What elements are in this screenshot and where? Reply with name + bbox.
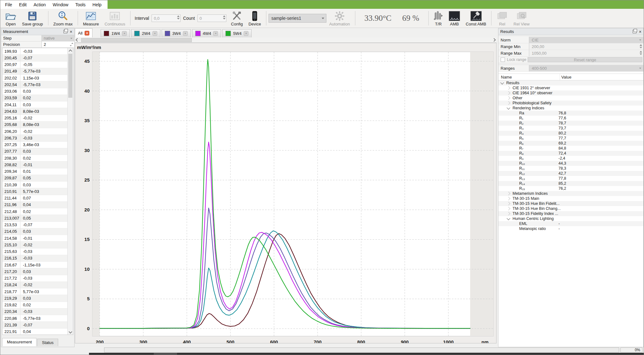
measurement-row[interactable]: 210,390,03	[3, 182, 73, 188]
measurement-row[interactable]: 216,15-0,03	[3, 255, 73, 262]
scroll-left-icon[interactable]	[75, 39, 80, 41]
const-amb-button[interactable]: Const AMB	[463, 9, 489, 27]
tree-row[interactable]: R₈72,4	[498, 151, 643, 156]
interval-input[interactable]: 0,0	[152, 14, 180, 22]
close-tab-icon[interactable]: ×	[244, 31, 248, 36]
tree-row[interactable]: R₁₄85,2	[498, 181, 643, 186]
menu-edit[interactable]: Edit	[16, 1, 30, 8]
tree-row[interactable]: R₉-2,4	[498, 156, 643, 161]
count-input[interactable]: 0	[197, 14, 226, 22]
measurement-row[interactable]: 203,060,03	[3, 88, 73, 95]
measurement-row[interactable]: 202,021,15e-03	[3, 75, 73, 81]
rel-button[interactable]: Rel	[494, 9, 511, 27]
measurement-row[interactable]: 218,24-0,02	[3, 282, 73, 288]
measurement-row[interactable]: 206,73-0,03	[3, 135, 73, 141]
measurement-row[interactable]: 207,253,46e-03	[3, 142, 73, 148]
scrollbar-track[interactable]	[80, 37, 491, 42]
expand-icon[interactable]	[507, 197, 510, 200]
measurement-row[interactable]: 204,638,08e-03	[3, 108, 73, 115]
measurement-row[interactable]: 211,440,07	[3, 195, 73, 202]
collapse-icon[interactable]	[507, 216, 510, 220]
range-max-spinner[interactable]	[640, 51, 642, 55]
amb-button[interactable]: AMB	[446, 9, 463, 27]
measurement-row[interactable]: 205,688,08e-03	[3, 122, 73, 128]
tree-row[interactable]: R₂78,7	[498, 121, 643, 126]
tab-series-3w4[interactable]: 3W4×	[162, 29, 191, 37]
tr-button[interactable]: T/R	[431, 9, 446, 27]
measurement-row[interactable]: 220,86-5,77e-03	[3, 315, 73, 322]
measurement-row[interactable]: 202,54-5,77e-03	[3, 81, 73, 88]
measurement-row[interactable]: 221,910,04	[3, 329, 73, 335]
measurement-row[interactable]: 200,97-0,05	[3, 62, 73, 68]
float-panel-icon[interactable]	[64, 30, 67, 33]
measurement-table-scrollbar[interactable]	[67, 48, 73, 335]
tree-row[interactable]: R₅77,7	[498, 136, 643, 141]
tree-row[interactable]: R₄80,2	[498, 131, 643, 136]
tab-series-4w4[interactable]: 4W4×	[192, 29, 221, 37]
continuous-button[interactable]: Continuous	[102, 9, 128, 27]
float-panel-icon[interactable]	[633, 30, 636, 33]
measurement-row[interactable]: 212,480,02	[3, 208, 73, 215]
measurement-row[interactable]: 211,960,04	[3, 202, 73, 208]
tab-series-1w4[interactable]: 1W4×	[101, 29, 130, 37]
tree-row[interactable]: CIE 1964 10° observer	[498, 90, 643, 96]
config-button[interactable]: Config	[228, 9, 246, 27]
menu-tools[interactable]: Tools	[72, 1, 89, 8]
menu-file[interactable]: File	[2, 1, 16, 8]
scrollbar-thumb[interactable]	[81, 38, 192, 42]
collapse-icon[interactable]	[507, 106, 510, 109]
scroll-up-icon[interactable]	[68, 48, 73, 53]
measurement-row[interactable]: 210,915,77e-03	[3, 188, 73, 195]
tree-row[interactable]: TM-30-15 Fidelity Index ...	[498, 211, 643, 216]
automation-button[interactable]: Automation	[326, 9, 353, 27]
tab-all[interactable]: All×	[75, 28, 92, 37]
name-column-header[interactable]: Name	[498, 74, 560, 80]
range-max-input[interactable]: 1050,00	[529, 50, 643, 56]
measurement-row[interactable]: 217,200,03	[3, 268, 73, 275]
expand-icon[interactable]	[507, 96, 510, 100]
tree-row[interactable]: R₃73,7	[498, 126, 643, 131]
expand-icon[interactable]	[507, 207, 510, 210]
scrollbar-thumb[interactable]	[68, 54, 72, 98]
expand-icon[interactable]	[507, 91, 510, 95]
measurement-row[interactable]: 220,34-0,03	[3, 309, 73, 315]
measurement-row[interactable]: 204,110,03	[3, 101, 73, 108]
device-button[interactable]: Device	[246, 9, 264, 27]
measurement-row[interactable]: 218,775,77e-03	[3, 288, 73, 295]
measurement-row[interactable]: 217,72-0,03	[3, 275, 73, 282]
tree-row[interactable]: TM-30-15 Hue Bin Fidelit...	[498, 201, 643, 206]
rel-view-button[interactable]: Rel View	[511, 9, 532, 27]
tree-row[interactable]: R₇84,8	[498, 146, 643, 151]
measure-button[interactable]: Measure	[80, 9, 102, 27]
tab-measurement[interactable]: Measurement	[2, 338, 36, 346]
tree-row[interactable]: Metamerism Indices	[498, 191, 643, 196]
lock-range-checkbox[interactable]	[501, 57, 505, 62]
measurement-row[interactable]: 199,93-0,03	[3, 48, 73, 55]
measurement-row[interactable]: 201,49-5,77e-03	[3, 68, 73, 75]
measurement-row[interactable]: 213,53-0,07	[3, 222, 73, 228]
save-group-button[interactable]: Save group	[19, 9, 46, 27]
range-min-spinner[interactable]	[640, 44, 642, 48]
value-column-header[interactable]: Value	[560, 74, 643, 80]
tree-row[interactable]: TM-30-15 Main	[498, 196, 643, 201]
tree-row[interactable]: Photobiological Safety	[498, 101, 643, 106]
measurement-row[interactable]: 221,39-0,07	[3, 322, 73, 328]
step-select[interactable]: native	[42, 35, 74, 41]
measurement-row[interactable]: 209,340,01	[3, 168, 73, 175]
tree-row[interactable]: R₁₃77,8	[498, 176, 643, 181]
tree-row[interactable]: R₁₁78,3	[498, 166, 643, 171]
expand-icon[interactable]	[507, 86, 510, 90]
measurement-row[interactable]: 219,290,03	[3, 295, 73, 302]
tab-series-5w4[interactable]: 5W4×	[222, 29, 252, 37]
measurement-row[interactable]: 200,45-0,07	[3, 55, 73, 61]
menu-action[interactable]: Action	[30, 1, 49, 8]
tree-row[interactable]: Rendering Indices	[498, 106, 643, 111]
expand-icon[interactable]	[507, 101, 510, 105]
measurement-row[interactable]: 205,16-0,02	[3, 115, 73, 122]
count-spinner[interactable]	[223, 15, 225, 19]
measurement-row[interactable]: 214,58-0,01	[3, 235, 73, 242]
close-tab-icon[interactable]: ×	[122, 31, 127, 36]
open-button[interactable]: Open	[2, 9, 19, 27]
close-panel-icon[interactable]: ×	[70, 30, 72, 33]
expand-icon[interactable]	[507, 202, 510, 205]
